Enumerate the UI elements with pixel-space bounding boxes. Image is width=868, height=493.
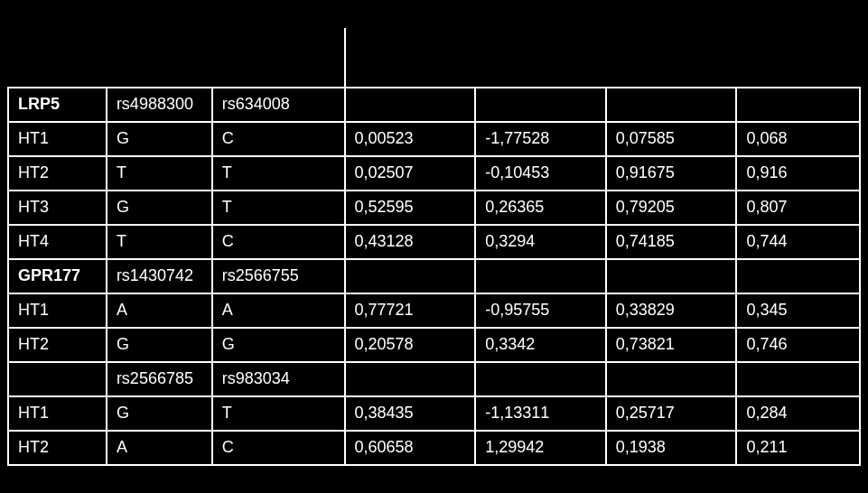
table-row: HT4 T C 0,43128 0,3294 0,74185 0,744 — [8, 225, 860, 259]
table-row: HT2 G G 0,20578 0,3342 0,73821 0,746 — [8, 328, 860, 362]
freq: 0,00523 — [345, 122, 476, 156]
snp2: T — [212, 156, 345, 191]
snp2: G — [212, 328, 345, 362]
snp1: A — [107, 431, 212, 465]
freq: 0,52595 — [345, 191, 476, 225]
tstat: 0,3294 — [475, 225, 606, 259]
pvalue: 0,74185 — [606, 225, 737, 259]
snp2: C — [212, 122, 345, 156]
table-row: HT1 A A 0,77721 -0,95755 0,33829 0,345 — [8, 293, 860, 328]
freq: 0,77721 — [345, 293, 476, 328]
pvalue: 0,1938 — [606, 431, 737, 465]
snp2: T — [212, 191, 345, 225]
snp2: rs634008 — [212, 88, 345, 122]
gene-label: LRP5 — [8, 88, 107, 122]
permP: 0,284 — [736, 396, 860, 431]
snp1: rs1430742 — [107, 259, 212, 293]
snp2: rs2566755 — [212, 259, 345, 293]
hap-label: HT1 — [8, 122, 107, 156]
permP — [736, 259, 860, 293]
pvalue — [606, 259, 737, 293]
table-row: HT2 T T 0,02507 -0,10453 0,91675 0,916 — [8, 156, 860, 191]
table-row: HT3 G T 0,52595 0,26365 0,79205 0,807 — [8, 191, 860, 225]
freq — [345, 362, 476, 396]
pvalue: 0,33829 — [606, 293, 737, 328]
pvalue: 0,07585 — [606, 122, 737, 156]
snp1: T — [107, 225, 212, 259]
hap-label: HT1 — [8, 293, 107, 328]
hap-label: HT1 — [8, 396, 107, 431]
permP — [736, 88, 860, 122]
table-row: HT1 G C 0,00523 -1,77528 0,07585 0,068 — [8, 122, 860, 156]
permP: 0,744 — [736, 225, 860, 259]
pvalue — [606, 362, 737, 396]
pvalue: 0,25717 — [606, 396, 737, 431]
freq: 0,43128 — [345, 225, 476, 259]
table-row: GPR177 rs1430742 rs2566755 — [8, 259, 860, 293]
tstat: -1,13311 — [475, 396, 606, 431]
table-row: rs2566785 rs983034 — [8, 362, 860, 396]
pvalue: 0,73821 — [606, 328, 737, 362]
tstat: 0,3342 — [475, 328, 606, 362]
snp1: A — [107, 293, 212, 328]
tstat — [475, 362, 606, 396]
permP: 0,345 — [736, 293, 860, 328]
hap-label: HT2 — [8, 431, 107, 465]
snp1: rs2566785 — [107, 362, 212, 396]
hap-label: HT3 — [8, 191, 107, 225]
snp1: G — [107, 396, 212, 431]
snp1: G — [107, 122, 212, 156]
hap-label: HT4 — [8, 225, 107, 259]
freq: 0,60658 — [345, 431, 476, 465]
tstat: -1,77528 — [475, 122, 606, 156]
snp2: A — [212, 293, 345, 328]
table-row: LRP5 rs4988300 rs634008 — [8, 88, 860, 122]
snp1: G — [107, 328, 212, 362]
pvalue — [606, 88, 737, 122]
tstat — [475, 88, 606, 122]
header-right-cell — [345, 28, 860, 88]
snp2: C — [212, 431, 345, 465]
permP: 0,916 — [736, 156, 860, 191]
hap-label: HT2 — [8, 328, 107, 362]
snp1: rs4988300 — [107, 88, 212, 122]
freq: 0,02507 — [345, 156, 476, 191]
tstat: -0,95755 — [475, 293, 606, 328]
freq: 0,20578 — [345, 328, 476, 362]
permP: 0,068 — [736, 122, 860, 156]
table-header-row — [8, 28, 860, 88]
snp2: rs983034 — [212, 362, 345, 396]
hap-label: HT2 — [8, 156, 107, 191]
pvalue: 0,79205 — [606, 191, 737, 225]
pvalue: 0,91675 — [606, 156, 737, 191]
table-row: HT1 G T 0,38435 -1,13311 0,25717 0,284 — [8, 396, 860, 431]
snp1: T — [107, 156, 212, 191]
permP: 0,807 — [736, 191, 860, 225]
freq — [345, 259, 476, 293]
gene-label — [8, 362, 107, 396]
freq: 0,38435 — [345, 396, 476, 431]
tstat: 1,29942 — [475, 431, 606, 465]
permP: 0,746 — [736, 328, 860, 362]
permP — [736, 362, 860, 396]
snp2: C — [212, 225, 345, 259]
header-left-cell — [8, 28, 345, 88]
freq — [345, 88, 476, 122]
snp1: G — [107, 191, 212, 225]
gene-label: GPR177 — [8, 259, 107, 293]
table-row: HT2 A C 0,60658 1,29942 0,1938 0,211 — [8, 431, 860, 465]
tstat: 0,26365 — [475, 191, 606, 225]
permP: 0,211 — [736, 431, 860, 465]
tstat — [475, 259, 606, 293]
haplotype-table: LRP5 rs4988300 rs634008 HT1 G C 0,00523 … — [7, 28, 861, 466]
snp2: T — [212, 396, 345, 431]
tstat: -0,10453 — [475, 156, 606, 191]
